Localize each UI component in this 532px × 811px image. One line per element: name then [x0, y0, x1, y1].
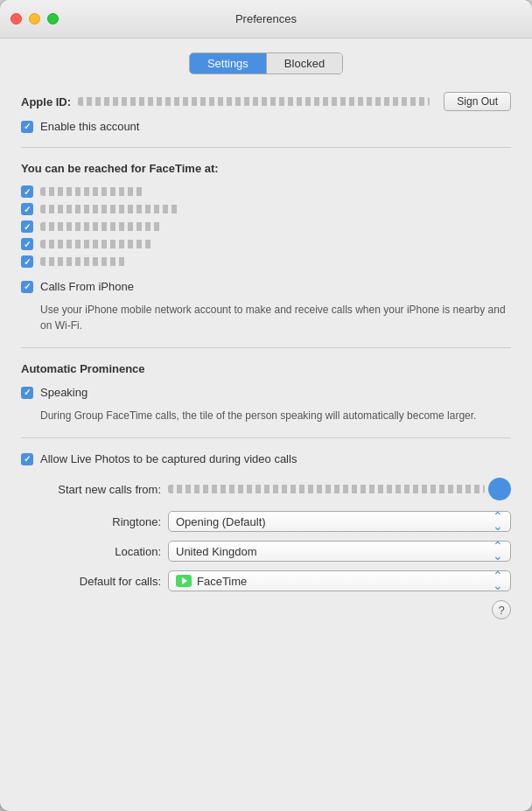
contact-item-4: [21, 238, 511, 250]
calls-from-iphone-section: Calls From iPhone Use your iPhone mobile…: [21, 280, 511, 333]
contact-item-3: [21, 220, 511, 233]
live-photos-label: Allow Live Photos to be captured during …: [40, 452, 297, 465]
default-calls-row: Default for calls: FaceTime ⌃⌄: [21, 570, 511, 591]
calls-from-iphone-description: Use your iPhone mobile network account t…: [40, 302, 511, 333]
default-calls-label: Default for calls:: [21, 575, 161, 588]
location-value: United Kingdom: [176, 545, 493, 558]
contact-item-5: [21, 255, 511, 268]
speaking-description: During Group FaceTime calls, the tile of…: [40, 408, 511, 423]
calls-from-iphone-row: Calls From iPhone: [21, 280, 511, 293]
segmented-control: Settings Blocked: [189, 52, 343, 74]
preferences-window: Preferences Settings Blocked Apple ID: S…: [0, 0, 532, 811]
automatic-prominence-section: Automatic Prominence Speaking During Gro…: [21, 362, 511, 423]
apple-id-row: Apple ID: Sign Out: [21, 92, 511, 111]
enable-account-row: Enable this account: [21, 120, 511, 133]
location-label: Location:: [21, 545, 161, 558]
divider-3: [21, 437, 511, 438]
location-row: Location: United Kingdom ⌃⌄: [21, 541, 511, 562]
contact-value-5: [40, 257, 128, 266]
contact-item-2: [21, 203, 511, 215]
help-row: ?: [21, 600, 511, 619]
automatic-prominence-title: Automatic Prominence: [21, 362, 511, 375]
speaking-checkbox[interactable]: [21, 387, 33, 399]
ringtone-label: Ringtone:: [21, 515, 161, 528]
location-dropdown-arrow: ⌃⌄: [493, 542, 503, 561]
default-calls-dropdown[interactable]: FaceTime ⌃⌄: [168, 570, 511, 591]
apple-id-label: Apple ID:: [21, 95, 71, 108]
contact-item-1: [21, 185, 511, 198]
enable-account-checkbox[interactable]: [21, 121, 33, 133]
default-calls-dropdown-arrow: ⌃⌄: [493, 571, 503, 591]
default-calls-value: FaceTime: [197, 575, 493, 588]
contact-value-3: [40, 222, 163, 231]
titlebar: Preferences: [0, 0, 532, 38]
ringtone-row: Ringtone: Opening (Default) ⌃⌄: [21, 511, 511, 532]
start-new-calls-value: [168, 485, 485, 493]
contact-value-4: [40, 240, 154, 248]
sign-out-button[interactable]: Sign Out: [444, 92, 511, 111]
content-area: Settings Blocked Apple ID: Sign Out Enab…: [0, 38, 532, 811]
live-photos-row: Allow Live Photos to be captured during …: [21, 452, 511, 465]
contact-checkbox-5[interactable]: [21, 255, 33, 268]
speaking-label: Speaking: [40, 386, 88, 399]
divider-2: [21, 347, 511, 348]
facetime-reached-title: You can be reached for FaceTime at:: [21, 162, 511, 175]
speaking-row: Speaking: [21, 386, 511, 399]
contact-checkbox-4[interactable]: [21, 238, 33, 250]
contact-value-1: [40, 187, 145, 196]
location-dropdown[interactable]: United Kingdom ⌃⌄: [168, 541, 511, 562]
ringtone-value: Opening (Default): [176, 515, 493, 528]
ringtone-dropdown-arrow: ⌃⌄: [493, 512, 503, 531]
divider-1: [21, 147, 511, 148]
tab-bar: Settings Blocked: [21, 52, 511, 74]
minimize-button[interactable]: [29, 13, 40, 24]
contact-checkbox-1[interactable]: [21, 185, 33, 198]
enable-account-label: Enable this account: [40, 120, 139, 133]
help-button[interactable]: ?: [492, 600, 511, 619]
maximize-button[interactable]: [47, 13, 59, 24]
contact-checkbox-2[interactable]: [21, 203, 33, 215]
facetime-app-icon: [176, 575, 192, 587]
apple-id-value: [78, 97, 430, 106]
start-new-calls-indicator: [488, 478, 511, 500]
window-title: Preferences: [235, 12, 297, 25]
calls-from-iphone-label: Calls From iPhone: [40, 280, 134, 293]
tab-settings[interactable]: Settings: [190, 53, 266, 73]
close-button[interactable]: [10, 13, 22, 24]
traffic-lights: [10, 13, 59, 24]
contact-value-2: [40, 205, 180, 213]
start-new-calls-label: Start new calls from:: [21, 483, 161, 496]
live-photos-checkbox[interactable]: [21, 453, 33, 465]
tab-blocked[interactable]: Blocked: [267, 53, 342, 73]
start-new-calls-row: Start new calls from:: [21, 478, 511, 500]
calls-from-iphone-checkbox[interactable]: [21, 281, 33, 293]
ringtone-dropdown[interactable]: Opening (Default) ⌃⌄: [168, 511, 511, 532]
contact-checkbox-3[interactable]: [21, 220, 33, 233]
